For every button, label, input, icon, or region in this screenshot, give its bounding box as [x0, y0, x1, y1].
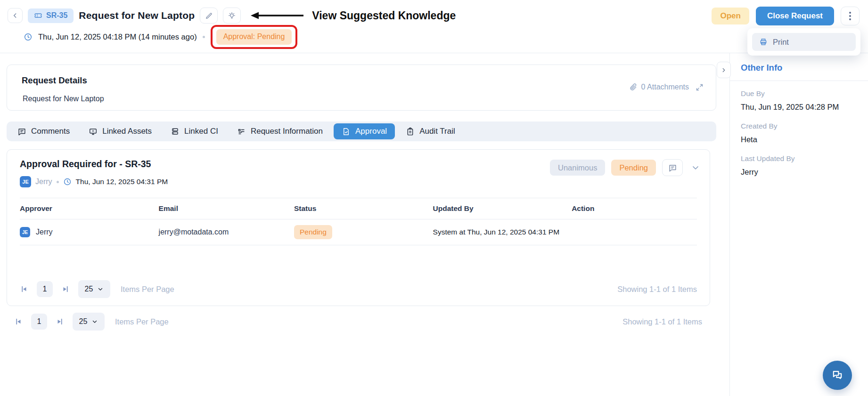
kebab-icon [849, 12, 851, 20]
items-per-page-value: 25 [79, 317, 88, 326]
col-action: Action [572, 204, 697, 213]
col-approver: Approver [20, 204, 159, 213]
col-email: Email [159, 204, 294, 213]
tab-linked-ci[interactable]: Linked CI [163, 123, 226, 139]
clock-icon [63, 178, 72, 186]
approval-timestamp: Thu, Jun 12, 2025 04:31 PM [76, 178, 168, 186]
approval-status-pill: Pending [611, 160, 656, 176]
page-number-button[interactable]: 1 [37, 281, 53, 297]
showing-items-text: Showing 1-1 of 1 Items [617, 285, 697, 294]
items-per-page-value: 25 [85, 285, 93, 293]
last-updated-by-label: Last Updated By [741, 154, 868, 163]
paperclip-icon [629, 83, 638, 91]
annotation-arrow: View Suggested Knowledge [250, 9, 456, 22]
showing-items-text: Showing 1-1 of 1 Items [622, 317, 702, 326]
expand-icon[interactable] [696, 83, 704, 91]
approver-email: jerry@motadata.com [159, 228, 294, 236]
due-by-label: Due By [741, 89, 868, 98]
created-by-value: Heta [741, 135, 868, 144]
page-pagination: 1 25 Items Per Page Showing 1-1 of 1 Ite… [14, 313, 702, 331]
server-link-icon [171, 127, 180, 136]
approval-comment-button[interactable] [662, 159, 683, 176]
tab-request-information-label: Request Information [251, 127, 323, 136]
request-description: Request for New Laptop [23, 95, 104, 103]
request-details-card: Request Details Request for New Laptop 0… [7, 65, 716, 111]
avatar: JE [20, 176, 31, 187]
last-page-button[interactable] [61, 285, 70, 293]
attachments-count: 0 Attachments [641, 83, 689, 91]
approvers-table: Approver Email Status Updated By Action … [20, 198, 697, 245]
sidebar-collapse-button[interactable] [717, 62, 731, 78]
row-status-badge: Pending [294, 225, 332, 239]
clipboard-icon [406, 127, 415, 136]
monitor-link-icon [89, 127, 98, 136]
back-button[interactable] [8, 8, 23, 23]
chevron-left-icon [11, 12, 19, 19]
divider [730, 81, 868, 81]
items-per-page-label: Items Per Page [115, 317, 169, 326]
ticket-id-badge: SR-35 [28, 8, 74, 23]
suggested-knowledge-button[interactable] [223, 8, 241, 24]
tab-linked-assets-label: Linked Assets [102, 127, 152, 136]
dot-separator [57, 181, 59, 183]
created-by-label: Created By [741, 122, 868, 130]
chevron-down-icon [91, 318, 98, 325]
actions-dropdown: Print [747, 28, 860, 56]
row-updated-by: System at Thu, Jun 12, 2025 04:31 PM [433, 228, 572, 236]
first-page-button[interactable] [14, 317, 23, 326]
approval-owner-name: Jerry [35, 178, 52, 186]
tab-audit-trail-label: Audit Trail [419, 127, 455, 136]
menu-item-print-label: Print [773, 38, 789, 47]
tab-comments[interactable]: Comments [9, 123, 78, 139]
pencil-icon [205, 12, 213, 20]
approval-status-badge: Approval: Pending [216, 29, 292, 45]
created-timestamp: Thu, Jun 12, 2025 04:18 PM (14 minutes a… [38, 32, 197, 41]
last-updated-by-value: Jerry [741, 168, 868, 177]
tab-approval-label: Approval [355, 127, 387, 136]
decision-mode-badge: Unanimous [550, 160, 605, 176]
approval-pagination: 1 25 Items Per Page Showing 1-1 of 1 Ite… [20, 280, 697, 298]
annotation-red-box: Approval: Pending [211, 25, 298, 49]
arrow-left-icon [250, 12, 304, 19]
collapse-approval-button[interactable] [691, 163, 700, 172]
tab-approval[interactable]: Approval [334, 123, 395, 139]
items-per-page-select[interactable]: 25 [73, 313, 105, 331]
tab-linked-ci-label: Linked CI [184, 127, 218, 136]
first-page-button[interactable] [20, 285, 28, 293]
ticket-id-label: SR-35 [46, 11, 67, 20]
items-per-page-label: Items Per Page [121, 285, 174, 294]
close-request-button[interactable]: Close Request [756, 7, 834, 25]
tab-audit-trail[interactable]: Audit Trail [398, 123, 463, 139]
lightbulb-icon [228, 11, 236, 20]
tab-linked-assets[interactable]: Linked Assets [81, 123, 160, 139]
menu-item-print[interactable]: Print [752, 33, 856, 51]
status-badge: Open [712, 8, 749, 24]
chat-fab-button[interactable] [823, 361, 852, 390]
table-header-row: Approver Email Status Updated By Action [20, 198, 697, 219]
chevron-right-icon [721, 67, 727, 73]
col-status: Status [294, 204, 433, 213]
approval-heading: Approval Required for - SR-35 [20, 159, 151, 170]
detail-tabbar: Comments Linked Assets Linked CI Request… [7, 121, 716, 141]
chat-bubbles-icon [831, 369, 844, 382]
approver-name: Jerry [36, 228, 53, 236]
tab-request-information[interactable]: Request Information [229, 123, 331, 139]
request-details-title: Request Details [22, 75, 87, 86]
avatar: JE [20, 227, 30, 237]
chevron-down-icon [97, 286, 104, 292]
more-actions-button[interactable] [841, 7, 860, 25]
comment-icon [668, 163, 677, 172]
due-by-value: Thu, Jun 19, 2025 04:28 PM [741, 103, 868, 112]
list-icon [237, 127, 246, 136]
annotation-label: View Suggested Knowledge [312, 9, 456, 22]
col-updated-by: Updated By [433, 204, 572, 213]
edit-title-button[interactable] [200, 8, 218, 24]
attachments-button[interactable]: 0 Attachments [629, 83, 689, 91]
tab-comments-label: Comments [31, 127, 70, 136]
page-number-button[interactable]: 1 [31, 314, 47, 330]
last-page-button[interactable] [56, 317, 64, 326]
table-row: JE Jerry jerry@motadata.com Pending Syst… [20, 219, 697, 245]
approval-card: Approval Required for - SR-35 JE Jerry T… [7, 149, 710, 306]
other-info-title: Other Info [741, 63, 868, 81]
items-per-page-select[interactable]: 25 [78, 280, 110, 298]
